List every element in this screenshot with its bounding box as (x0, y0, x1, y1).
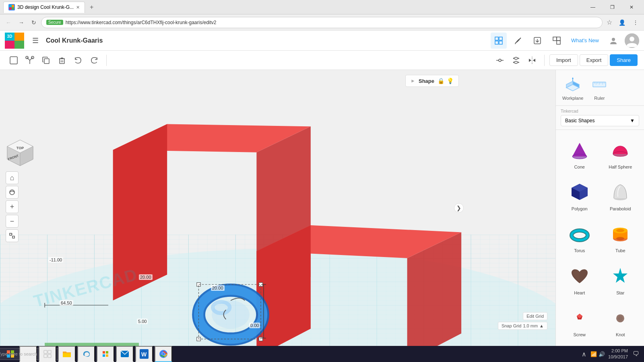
zoom-in-button[interactable]: + (6, 200, 19, 213)
workplane-tool[interactable]: Workplane (562, 75, 583, 101)
export-button[interactable]: Export (580, 54, 609, 66)
tab-close-button[interactable]: ✕ (76, 5, 80, 10)
view-cube-container: TOP FRONT (6, 138, 35, 169)
group-button[interactable] (549, 33, 565, 49)
taskbar-clock[interactable]: 2:00 PM 10/9/2017 (608, 348, 628, 360)
shape-heart[interactable]: Heart (561, 261, 599, 299)
menu-button[interactable]: ⋮ (630, 18, 641, 27)
undo-button[interactable] (71, 53, 85, 68)
knot-icon (607, 305, 633, 331)
lock-icon[interactable]: 🔒 (438, 78, 444, 84)
import-button[interactable]: Import (549, 54, 578, 66)
panel-scroll-arrow[interactable]: ❯ (454, 203, 464, 213)
refresh-button[interactable]: ↻ (29, 18, 39, 27)
mirror-button[interactable] (525, 53, 539, 68)
whats-new-button[interactable]: What's New (568, 36, 602, 45)
chrome-button[interactable] (155, 346, 172, 362)
network-icon: 📶 (590, 351, 597, 357)
svg-point-103 (616, 229, 624, 232)
search-taskbar-button[interactable]: 🔍 Type here to search (19, 346, 37, 362)
address-bar[interactable]: Secure https://www.tinkercad.com/things/… (41, 17, 603, 28)
shape-polygon[interactable]: Polygon (561, 177, 599, 215)
svg-text:TOP: TOP (17, 146, 24, 150)
edit-grid-button[interactable]: Edit Grid (523, 312, 547, 320)
shape-knot[interactable]: Knot (602, 302, 640, 341)
flip-button[interactable] (509, 53, 523, 68)
logo-cell-tr (14, 33, 24, 41)
profile-button[interactable]: 👤 (616, 18, 628, 27)
tab-title: 3D design Cool Krunk-G... (17, 4, 74, 10)
cone-label: Cone (574, 165, 585, 169)
polygon-icon (567, 179, 592, 205)
logo-box: 3D (5, 33, 24, 49)
new-tab-button[interactable]: + (87, 2, 97, 12)
workplane-label: Workplane (562, 96, 583, 101)
forward-button[interactable]: → (16, 18, 27, 27)
star-icon (607, 263, 633, 289)
shape-screw[interactable]: Screw (561, 302, 599, 341)
measure-000: 0.00 (249, 323, 260, 328)
half-sphere-label: Half Sphere (609, 165, 632, 169)
fit-view-button[interactable] (6, 229, 19, 242)
tinkercad-logo: 3D (5, 33, 24, 49)
hamburger-menu[interactable]: ☰ (31, 35, 40, 47)
show-hidden-icons[interactable]: ∧ (579, 349, 589, 359)
user-profile-button[interactable] (605, 33, 621, 49)
svg-rect-59 (45, 343, 139, 346)
copy-button[interactable] (39, 53, 53, 68)
shape-half-sphere[interactable]: Half Sphere (602, 135, 640, 173)
mail-button[interactable] (116, 346, 134, 362)
ruler-tool[interactable]: Ruler (590, 75, 609, 101)
edge-browser-button[interactable] (77, 346, 95, 362)
align-button[interactable] (493, 53, 507, 68)
shape-cone[interactable]: Cone (561, 135, 599, 173)
heart-icon (567, 263, 592, 289)
share-button[interactable]: Share (610, 54, 638, 66)
svg-line-9 (517, 39, 519, 42)
cone-icon (567, 137, 592, 163)
shape-library-selector: Tinkercad Basic Shapes ▼ (556, 106, 644, 130)
viewport[interactable]: TINKERCAD -11.00 20.00 20.00 64.50 5.00 … (0, 70, 555, 346)
browser-tab[interactable]: 3D design Cool Krunk-G... ✕ (3, 2, 85, 13)
task-view-button[interactable] (39, 346, 56, 362)
measure-500: 5.00 (137, 319, 148, 324)
avatar[interactable] (625, 33, 639, 48)
import-shapes-button[interactable] (529, 33, 545, 49)
svg-marker-78 (572, 77, 574, 79)
word-button[interactable]: W (135, 346, 153, 362)
taskbar-right: ∧ 📶 🔊 2:00 PM 10/9/2017 🗨 (579, 348, 641, 360)
minimize-button[interactable]: — (584, 2, 602, 13)
svg-marker-33 (533, 59, 535, 62)
shape-star[interactable]: Star (602, 261, 640, 299)
file-explorer-button[interactable] (58, 346, 76, 362)
cut-button[interactable] (23, 53, 37, 68)
logo-cell-bl (5, 41, 14, 49)
shape-tube[interactable]: Tube (602, 218, 640, 257)
new-object-button[interactable] (6, 53, 21, 68)
home-view-button[interactable]: ⌂ (6, 171, 19, 184)
notification-button[interactable]: 🗨 (631, 349, 641, 359)
maximize-button[interactable]: ❐ (603, 2, 621, 13)
delete-button[interactable] (55, 53, 69, 68)
zoom-out-button[interactable]: − (6, 215, 19, 228)
orbit-button[interactable] (6, 186, 19, 199)
tube-label: Tube (615, 248, 625, 253)
back-button[interactable]: ← (3, 18, 14, 27)
tools-button[interactable] (510, 33, 526, 49)
close-button[interactable]: ✕ (622, 2, 641, 13)
bulb-icon[interactable]: 💡 (447, 78, 454, 84)
top-toolbar: 3D ☰ Cool Krunk-Gaaris (0, 31, 644, 51)
right-panel: Workplane (555, 70, 644, 346)
svg-rect-24 (44, 59, 49, 64)
shape-paraboloid[interactable]: Paraboloid (602, 177, 640, 215)
grid-view-button[interactable] (491, 33, 507, 49)
selector-dropdown[interactable]: Basic Shapes ▼ (561, 115, 639, 126)
store-button[interactable] (97, 346, 114, 362)
shape-torus[interactable]: Torus (561, 218, 599, 257)
redo-button[interactable] (87, 53, 101, 68)
bookmark-button[interactable]: ☆ (605, 17, 614, 28)
selector-header: Tinkercad (561, 109, 639, 113)
view-cube[interactable]: TOP FRONT (6, 138, 35, 167)
measure-neg11: -11.00 (48, 257, 63, 263)
svg-rect-1 (12, 5, 14, 7)
